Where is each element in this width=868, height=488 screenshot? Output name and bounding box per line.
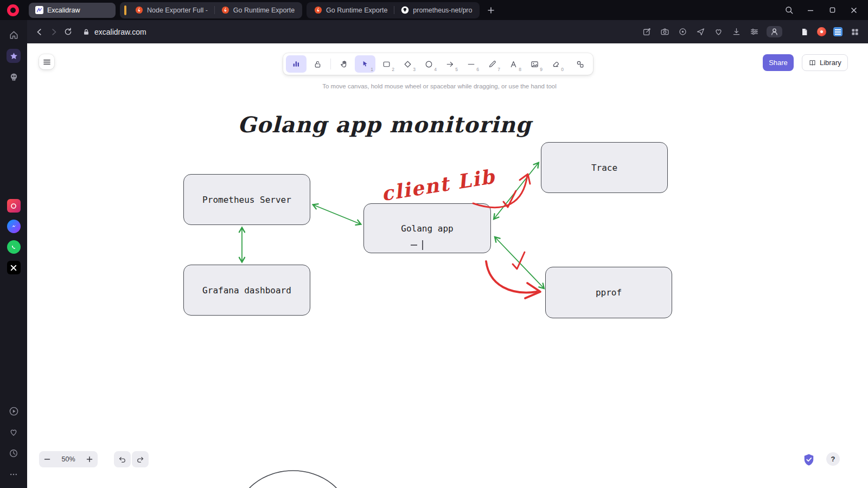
history-controls: [114, 451, 149, 467]
history-clock-icon[interactable]: [7, 446, 21, 460]
tool-toolbar: 1 2 3 4 5 6 7: [283, 53, 593, 75]
whatsapp-icon[interactable]: [7, 240, 21, 254]
stats-tool-button[interactable]: [286, 55, 307, 73]
profile-icon: [770, 27, 779, 36]
tab-group-2: Go Runtime Exporte prometheus-net/pro: [307, 2, 480, 18]
diamond-tool-button[interactable]: 3: [397, 55, 418, 73]
excalidraw-canvas[interactable]: 1 2 3 4 5 6 7: [27, 43, 868, 488]
partial-ellipse-shape: [238, 471, 348, 488]
image-tool-button[interactable]: 9: [524, 55, 545, 73]
undo-button[interactable]: [114, 451, 131, 467]
url-text: excalidraw.com: [94, 28, 146, 36]
lock-tool-button[interactable]: [307, 55, 328, 73]
line-tool-button[interactable]: 6: [461, 55, 481, 73]
send-icon[interactable]: [695, 27, 706, 37]
more-shapes-tool-button[interactable]: [570, 55, 590, 73]
diagram-box-pprof[interactable]: pprof: [545, 267, 672, 318]
lock-icon: [82, 28, 90, 36]
apps-grid-icon[interactable]: [850, 27, 860, 37]
back-button[interactable]: [33, 25, 47, 39]
rectangle-tool-button[interactable]: 2: [376, 55, 397, 73]
diagram-box-prometheus-server[interactable]: Prometheus Server: [183, 174, 310, 225]
zoom-level[interactable]: 50%: [55, 455, 81, 463]
address-bar-actions: [641, 26, 860, 37]
sidebar-more-icon[interactable]: [7, 467, 21, 481]
profile-button[interactable]: [767, 26, 782, 37]
share-button[interactable]: Share: [763, 54, 794, 71]
tab-go-runtime-1[interactable]: Go Runtime Exporte: [215, 3, 301, 18]
canvas-hint: To move canvas, hold mouse wheel or spac…: [322, 83, 557, 89]
badge-icon[interactable]: [677, 27, 688, 37]
draw-tool-button[interactable]: 7: [482, 55, 502, 73]
redo-button[interactable]: [132, 451, 149, 467]
zoom-controls: 50%: [39, 451, 98, 467]
excalidraw-favicon-icon: [35, 6, 43, 14]
heart-icon[interactable]: [713, 27, 724, 37]
filters-icon[interactable]: [749, 27, 760, 37]
diagram-box-grafana-dashboard[interactable]: Grafana dashboard: [183, 265, 310, 316]
tab-go-runtime-2[interactable]: Go Runtime Exporte: [308, 3, 394, 18]
favorites-heart-icon[interactable]: [7, 425, 21, 439]
new-tab-button[interactable]: [484, 3, 498, 17]
messenger-icon[interactable]: [7, 220, 21, 233]
prometheus-favicon-icon: [314, 6, 322, 14]
tab-excalidraw[interactable]: Excalidraw: [29, 3, 116, 18]
toolbar-divider: [330, 59, 331, 69]
minimize-button[interactable]: [805, 5, 816, 16]
address-bar: excalidraw.com: [27, 20, 868, 43]
play-panel-icon[interactable]: [7, 404, 21, 418]
hand-tool-button[interactable]: [334, 55, 354, 73]
sidebar: [0, 20, 27, 488]
tab-label: Go Runtime Exporte: [233, 7, 295, 14]
maximize-button[interactable]: [827, 5, 838, 16]
notes-icon[interactable]: [799, 27, 810, 37]
tab-group-indicator: [124, 5, 126, 15]
selection-tool-button[interactable]: 1: [355, 55, 375, 73]
search-icon[interactable]: [783, 5, 794, 16]
tab-label: Node Exporter Full -: [147, 7, 208, 14]
ellipse-tool-button[interactable]: 4: [418, 55, 439, 73]
eraser-tool-button[interactable]: 0: [545, 55, 566, 73]
reload-button[interactable]: [61, 25, 75, 39]
text-tool-button[interactable]: 8: [503, 55, 524, 73]
home-icon[interactable]: [7, 28, 21, 42]
library-button[interactable]: Library: [802, 54, 848, 71]
url-field[interactable]: excalidraw.com: [82, 28, 146, 36]
book-icon: [808, 59, 816, 67]
prometheus-favicon-icon: [135, 6, 143, 14]
skull-icon[interactable]: [7, 70, 21, 84]
snapshot-camera-icon[interactable]: [659, 27, 670, 37]
prometheus-favicon-icon: [221, 6, 229, 14]
github-favicon-icon: [401, 6, 409, 14]
tab-node-exporter[interactable]: Node Exporter Full -: [129, 3, 214, 18]
diagram-box-golang-app[interactable]: Golang app: [363, 203, 491, 253]
extension-icons: [799, 27, 860, 37]
tab-group-1: Node Exporter Full - Go Runtime Exporte: [120, 2, 302, 18]
tab-strip: Excalidraw Node Exporter Full - Go Runti…: [29, 2, 498, 18]
tab-label: prometheus-net/pro: [413, 7, 472, 14]
diagram-title[interactable]: Golang app monitoring: [238, 112, 531, 137]
encryption-shield-icon: [803, 453, 815, 466]
zoom-out-button[interactable]: [39, 451, 55, 467]
window-controls: [783, 5, 868, 16]
opera-logo-icon[interactable]: [7, 4, 19, 16]
pinboard-icon[interactable]: [817, 27, 826, 36]
close-button[interactable]: [848, 5, 859, 16]
main-menu-button[interactable]: [39, 54, 54, 69]
x-twitter-icon[interactable]: [7, 261, 21, 274]
tab-label: Go Runtime Exporte: [326, 7, 387, 14]
diagram-connectors: [27, 43, 868, 488]
handwritten-annotation[interactable]: client Lib: [380, 165, 497, 206]
forward-button[interactable]: [47, 25, 61, 39]
arrow-tool-button[interactable]: 5: [439, 55, 460, 73]
diagram-box-trace[interactable]: Trace: [541, 142, 668, 193]
tab-github-prometheus-net[interactable]: prometheus-net/pro: [394, 3, 478, 18]
translate-icon[interactable]: [833, 27, 843, 36]
workspace-star-icon[interactable]: [7, 49, 21, 63]
download-icon[interactable]: [731, 27, 742, 37]
zoom-in-button[interactable]: [81, 451, 98, 467]
app-pinned-icon[interactable]: [7, 199, 21, 213]
compose-icon[interactable]: [641, 27, 652, 37]
titlebar: Excalidraw Node Exporter Full - Go Runti…: [0, 0, 868, 20]
help-button[interactable]: ?: [826, 452, 840, 466]
